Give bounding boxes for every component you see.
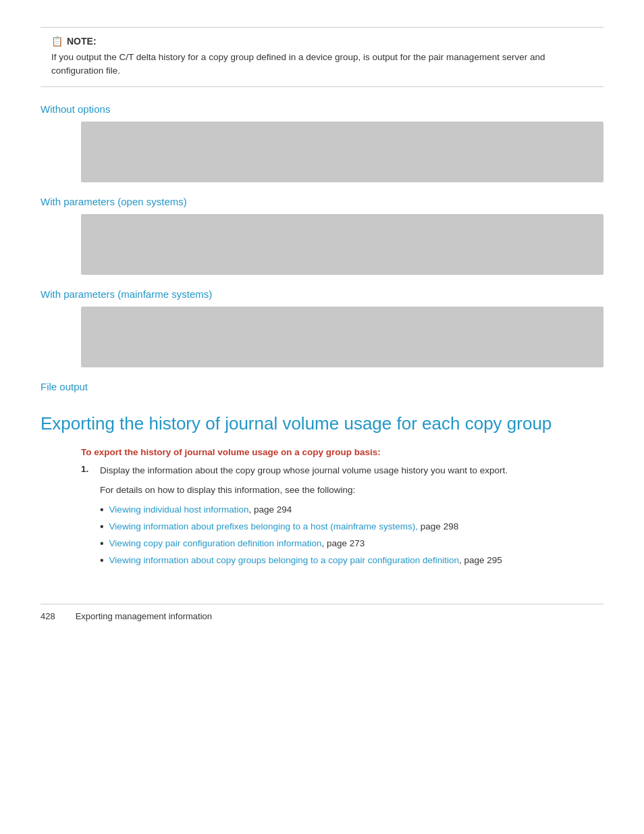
with-params-open-code-box — [81, 214, 603, 275]
step-list: 1. Display the information about the cop… — [81, 464, 603, 570]
bullet-normal-2: page 298 — [418, 521, 458, 531]
bullet-normal-4: , page 295 — [459, 555, 502, 565]
section-with-params-open: With parameters (open systems) — [41, 196, 603, 275]
bullet-link-1[interactable]: Viewing individual host information — [109, 504, 249, 515]
main-heading: Exporting the history of journal volume … — [41, 413, 603, 436]
footer-page-text: Exporting management information — [76, 611, 212, 621]
step-item-1: 1. Display the information about the cop… — [81, 464, 603, 570]
bullet-normal-1: , page 294 — [248, 504, 292, 515]
bullet-item-2: • Viewing information about prefixes bel… — [100, 520, 508, 534]
bullet-link-2[interactable]: Viewing information about prefixes belon… — [109, 521, 418, 531]
with-params-mainframe-code-box — [81, 307, 603, 367]
bullet-item-4: • Viewing information about copy groups … — [100, 554, 508, 568]
bullet-content-4: Viewing information about copy groups be… — [109, 554, 502, 568]
step-number-1: 1. — [81, 464, 93, 570]
step-content-1: Display the information about the copy g… — [100, 464, 508, 570]
note-icon: 📋 — [51, 36, 63, 47]
note-label: NOTE: — [67, 36, 97, 47]
bullet-item-3: • Viewing copy pair configuration defini… — [100, 537, 508, 551]
note-text: If you output the C/T delta history for … — [51, 51, 593, 78]
bullet-dot-3: • — [100, 537, 104, 551]
note-header: 📋 NOTE: — [51, 36, 593, 47]
file-output-heading: File output — [41, 381, 603, 392]
section-with-params-mainframe: With parameters (mainfarme systems) — [41, 288, 603, 367]
step-subtext-1: For details on how to display this infor… — [100, 484, 508, 498]
bullet-content-1: Viewing individual host information, pag… — [109, 503, 292, 517]
procedure-label: To export the history of journal volume … — [81, 447, 603, 457]
bullet-dot-1: • — [100, 503, 104, 517]
bullet-content-2: Viewing information about prefixes belon… — [109, 520, 459, 534]
bullet-list-1: • Viewing individual host information, p… — [100, 503, 508, 567]
bullet-dot-2: • — [100, 520, 104, 534]
page-footer: 428 Exporting management information — [41, 604, 603, 621]
note-box: 📋 NOTE: If you output the C/T delta hist… — [41, 27, 603, 87]
bullet-content-3: Viewing copy pair configuration definiti… — [109, 537, 365, 551]
bullet-dot-4: • — [100, 554, 104, 568]
without-options-code-box — [81, 122, 603, 182]
bullet-item-1: • Viewing individual host information, p… — [100, 503, 508, 517]
without-options-heading: Without options — [41, 103, 603, 115]
page-container: 📋 NOTE: If you output the C/T delta hist… — [0, 0, 644, 648]
bullet-link-4[interactable]: Viewing information about copy groups be… — [109, 555, 459, 565]
section-file-output: File output — [41, 381, 603, 392]
bullet-link-3[interactable]: Viewing copy pair configuration definiti… — [109, 538, 322, 548]
step-text-1: Display the information about the copy g… — [100, 464, 508, 478]
footer-page-number: 428 — [41, 611, 55, 621]
with-params-mainframe-heading: With parameters (mainfarme systems) — [41, 288, 603, 300]
section-without-options: Without options — [41, 103, 603, 182]
bullet-normal-3: , page 273 — [322, 538, 365, 548]
with-params-open-heading: With parameters (open systems) — [41, 196, 603, 207]
